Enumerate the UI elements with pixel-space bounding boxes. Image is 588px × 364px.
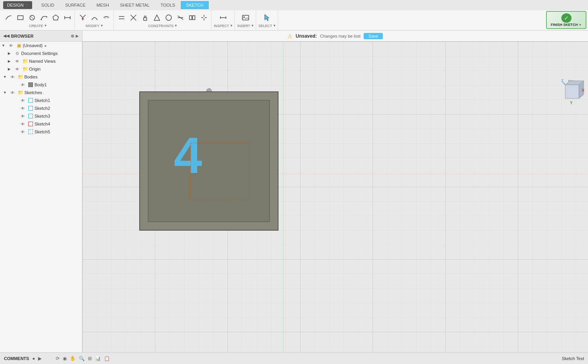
point-constraint[interactable] [198,12,209,23]
create-dropdown-arrow: ▼ [44,24,47,27]
browser-header: ◀◀ BROWSER ▶ [0,31,82,42]
sketches-label: Sketches [24,90,42,95]
origin-folder-icon: 📁 [22,66,28,72]
status-icon-5[interactable]: ⊞ [88,356,92,361]
arc-tool[interactable] [38,12,49,23]
browser-title: BROWSER [11,34,33,38]
root-record-icon: ● [44,44,47,48]
finish-sketch-dropdown-arrow: ▼ [579,23,582,27]
svg-text:Y: Y [570,101,573,105]
status-icon-7[interactable]: 📋 [104,356,110,361]
sketch1-label: Sketch1 [35,98,50,103]
tab-sketch[interactable]: SKETCH [181,1,209,9]
status-icon-3[interactable]: ✋ [70,356,76,361]
measure-tool[interactable] [218,12,229,23]
tree-body1[interactable]: 👁 Body1 [0,81,82,89]
create-label: CREATE [29,24,43,28]
tree-origin[interactable]: ▶ 👁 📁 Origin [0,65,82,73]
sketch5-label: Sketch5 [35,129,50,134]
tree-root[interactable]: ▼ 👁 ▣ (Unsaved) ● [0,42,82,49]
status-icon-2[interactable]: ◉ [63,356,67,361]
tree-bodies[interactable]: ▼ 👁 📁 Bodies [0,73,82,81]
status-icon-1[interactable]: ⟳ [56,356,60,361]
circle-tool[interactable] [27,12,38,23]
design-dropdown-arrow: ▼ [25,3,28,7]
insert-section: INSERT ▼ [236,10,256,30]
circle-constraint[interactable] [163,12,174,23]
tangent-constraint[interactable] [175,12,186,23]
status-left: COMMENTS ● ▶ ⟳ ◉ ✋ 🔍 ⊞ 📊 📋 [4,356,110,361]
extend-tool[interactable] [89,12,100,23]
lock-constraint[interactable] [140,12,151,23]
tree-sketches[interactable]: ▼ 👁 📁 Sketches , [0,89,82,96]
tab-tools[interactable]: TOOLS [155,1,180,9]
tab-solid[interactable]: SOLID [36,1,59,9]
svg-rect-37 [565,85,579,98]
bodies-label: Bodies [24,75,38,79]
sketch-text-label: Sketch Text [562,356,584,361]
sketch5-icon [27,129,34,135]
unsaved-message: Changes may be lost [320,34,360,38]
comments-expand[interactable]: ▶ [38,356,42,361]
modify-label: MODIFY [86,24,100,28]
browser-panel: ◀◀ BROWSER ▶ ▼ 👁 ▣ (Unsaved) ● ▶ ⚙ Docum… [0,31,82,352]
doc-settings-arrow: ▶ [8,51,13,55]
svg-marker-16 [154,15,160,20]
browser-expand-arrow[interactable]: ▶ [76,34,79,38]
tree-sketch5[interactable]: 👁 Sketch5 [0,128,82,136]
status-icon-6[interactable]: 📊 [95,356,101,361]
tab-sheet-metal[interactable]: SHEET METAL [115,1,155,9]
root-folder-icon: ▣ [16,42,22,49]
body1-eye-icon: 👁 [20,82,26,88]
tree-document-settings[interactable]: ▶ ⚙ Document Settings [0,49,82,57]
midpoint-constraint[interactable] [187,12,198,23]
tree-named-views[interactable]: ▶ 👁 📁 Named Views [0,57,82,65]
insert-image-tool[interactable] [240,12,251,23]
constraints-section: CONSTRAINTS ▼ [115,10,211,30]
browser-options-dot[interactable] [71,35,74,38]
origin-arrow: ▶ [8,67,13,71]
tree-sketch2[interactable]: 👁 Sketch2 [0,104,82,112]
origin-label: Origin [29,67,40,71]
rect-tool[interactable] [15,12,26,23]
save-button[interactable]: Save [364,33,383,39]
polygon-tool[interactable] [50,12,61,23]
sketch3-label: Sketch3 [35,114,50,118]
line-tool2[interactable] [62,12,73,23]
sketch2-label: Sketch2 [35,106,50,111]
inspect-section: INSPECT ▼ [212,10,235,30]
status-right: Sketch Text [562,356,584,361]
finish-sketch-button[interactable]: ✓ FINISH SKETCH ▼ [546,11,586,29]
svg-point-3 [41,19,42,20]
bodies-folder-icon: 📁 [17,74,24,80]
design-button[interactable]: DESIGN ▼ [3,1,32,9]
browser-collapse-arrow[interactable]: ◀◀ [3,33,9,38]
bodies-eye-icon: 👁 [9,74,16,80]
svg-text:X: X [582,88,584,93]
canvas-area[interactable]: ⚠ Unsaved: Changes may be lost Save [82,31,588,352]
trim-tool[interactable] [77,12,88,23]
inspect-label: INSPECT [214,24,229,28]
offset-tool[interactable] [101,12,112,23]
tree-sketch4[interactable]: 👁 Sketch4 [0,120,82,128]
constraints-dropdown-arrow: ▼ [174,24,177,27]
select-tool[interactable] [262,12,273,23]
perpendicular-constraint[interactable] [128,12,139,23]
unsaved-label: Unsaved: [296,33,317,39]
tab-mesh[interactable]: MESH [91,1,114,9]
sketch2-eye-icon: 👁 [20,105,26,111]
sketches-comma: , [43,91,44,95]
body1-body-icon [27,82,34,88]
tab-surface[interactable]: SURFACE [60,1,91,9]
sketch4-icon [27,121,34,127]
comments-dot[interactable]: ● [32,356,35,361]
tree-sketch3[interactable]: 👁 Sketch3 [0,112,82,120]
tree-sketch1[interactable]: 👁 Sketch1 [0,96,82,104]
svg-line-42 [563,82,565,85]
sketch1-icon [27,97,34,104]
orientation-widget[interactable]: top X Y Z [561,77,585,107]
parallel-constraint[interactable] [116,12,127,23]
line-tool[interactable] [3,12,14,23]
status-icon-4[interactable]: 🔍 [79,356,85,361]
triangle-constraint[interactable] [151,12,162,23]
